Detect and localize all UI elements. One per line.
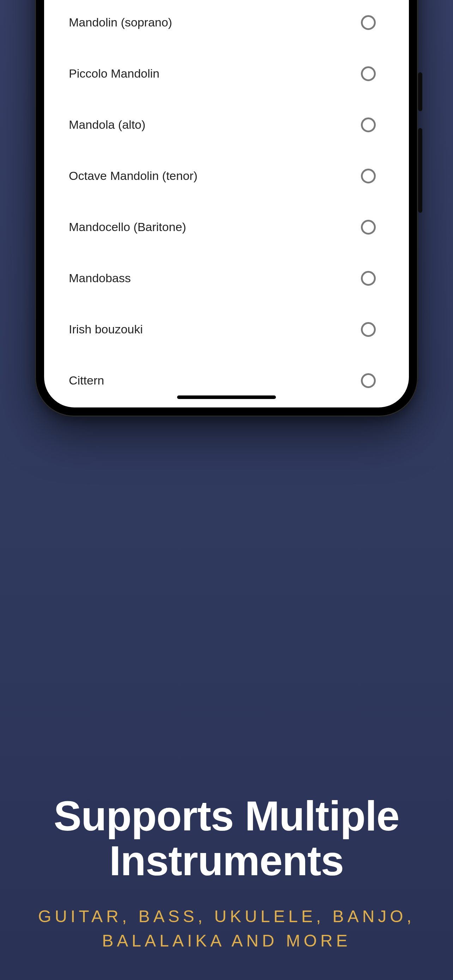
instrument-label: Mandola (alto): [69, 118, 145, 132]
instrument-row[interactable]: Mandola (alto): [44, 99, 409, 150]
promo-title: Supports Multiple Instruments: [14, 794, 439, 884]
side-button-icon: [418, 72, 422, 111]
radio-unchecked-icon[interactable]: [361, 322, 376, 337]
radio-unchecked-icon[interactable]: [361, 15, 376, 30]
instrument-row[interactable]: Irish bouzouki: [44, 304, 409, 355]
radio-unchecked-icon[interactable]: [361, 169, 376, 183]
instrument-row[interactable]: Octave Mandolin (tenor): [44, 150, 409, 201]
instrument-label: Mandolin (soprano): [69, 16, 172, 29]
instrument-label: Mandocello (Baritone): [69, 220, 186, 234]
instrument-row[interactable]: Greek Bouzouki: [44, 406, 409, 407]
radio-unchecked-icon[interactable]: [361, 66, 376, 81]
radio-unchecked-icon[interactable]: [361, 373, 376, 388]
radio-unchecked-icon[interactable]: [361, 118, 376, 132]
instrument-label: Cittern: [69, 374, 104, 387]
instrument-row[interactable]: Piccolo Mandolin: [44, 48, 409, 99]
instrument-label: Piccolo Mandolin: [69, 67, 159, 80]
instrument-row[interactable]: Mandobass: [44, 253, 409, 304]
home-indicator-icon[interactable]: [177, 395, 276, 399]
phone-device-frame: Mandolin (soprano) Piccolo Mandolin Mand…: [35, 0, 418, 417]
side-button-icon: [418, 128, 422, 213]
radio-unchecked-icon[interactable]: [361, 271, 376, 286]
radio-unchecked-icon[interactable]: [361, 220, 376, 235]
promo-block: Supports Multiple Instruments GUITAR, BA…: [0, 794, 453, 953]
instrument-label: Octave Mandolin (tenor): [69, 169, 197, 183]
phone-screen: Mandolin (soprano) Piccolo Mandolin Mand…: [44, 0, 409, 407]
instrument-row[interactable]: Mandolin (soprano): [44, 0, 409, 48]
promo-subtitle: GUITAR, BASS, UKULELE, BANJO, BALALAIKA …: [14, 904, 439, 953]
instrument-label: Irish bouzouki: [69, 323, 143, 336]
instrument-label: Mandobass: [69, 271, 131, 285]
instrument-row[interactable]: Mandocello (Baritone): [44, 201, 409, 253]
instrument-group-1: Mandolin (soprano) Piccolo Mandolin Mand…: [44, 0, 409, 407]
instrument-list-screen[interactable]: Mandolin (soprano) Piccolo Mandolin Mand…: [44, 0, 409, 407]
